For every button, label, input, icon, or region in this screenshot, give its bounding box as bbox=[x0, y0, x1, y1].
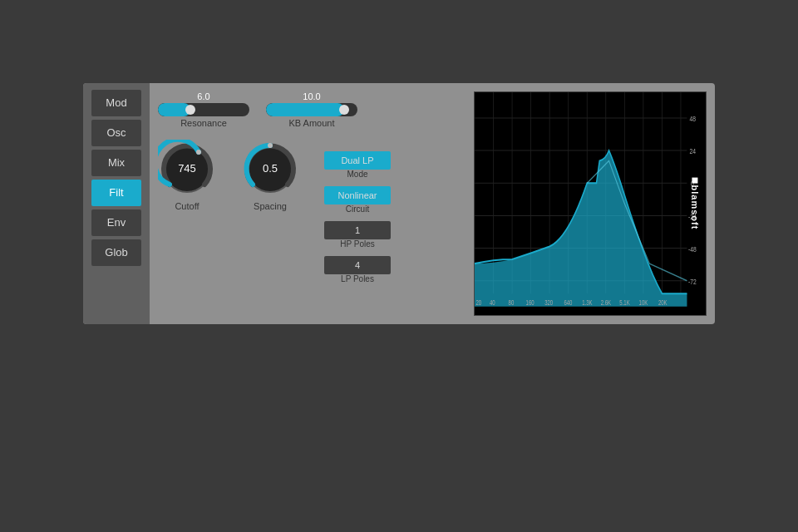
hp-poles-button[interactable]: 1 bbox=[324, 221, 391, 239]
mode-button[interactable]: Dual LP bbox=[324, 151, 391, 170]
sliders-row: 6.0 Resonance 10.0 KB Amount bbox=[158, 91, 466, 128]
main-area: 6.0 Resonance 10.0 KB Amount bbox=[150, 83, 715, 324]
svg-text:40: 40 bbox=[490, 298, 495, 307]
eq-display: 48 24 0 -24 -48 -72 20 40 80 160 320 640… bbox=[474, 91, 707, 316]
circuit-btn-group: Nonlinear Circuit bbox=[324, 186, 391, 214]
kb-amount-label: KB Amount bbox=[288, 118, 334, 128]
brand-label: blamsoft bbox=[690, 178, 700, 230]
svg-text:0.5: 0.5 bbox=[263, 162, 278, 175]
sidebar: Mod Osc Mix Filt Env Glob bbox=[83, 83, 150, 324]
sidebar-item-mod[interactable]: Mod bbox=[91, 90, 141, 116]
hp-poles-btn-group: 1 HP Poles bbox=[324, 221, 391, 249]
lp-poles-label: LP Poles bbox=[341, 274, 374, 284]
svg-text:10K: 10K bbox=[639, 298, 648, 307]
mode-label: Mode bbox=[347, 170, 367, 180]
svg-text:2.6K: 2.6K bbox=[601, 298, 612, 307]
svg-text:5.1K: 5.1K bbox=[619, 298, 630, 307]
circuit-button[interactable]: Nonlinear bbox=[324, 186, 391, 204]
kb-amount-value: 10.0 bbox=[303, 91, 320, 101]
buttons-column: Dual LP Mode Nonlinear Circuit 1 HP Pole… bbox=[324, 151, 391, 288]
svg-text:160: 160 bbox=[526, 298, 534, 307]
svg-text:20K: 20K bbox=[658, 298, 667, 307]
controls-panel: 6.0 Resonance 10.0 KB Amount bbox=[158, 91, 466, 316]
lp-poles-btn-group: 4 LP Poles bbox=[324, 256, 391, 284]
sidebar-item-mix[interactable]: Mix bbox=[91, 150, 141, 176]
mode-btn-group: Dual LP Mode bbox=[324, 151, 391, 180]
cutoff-knob[interactable]: 745 bbox=[158, 140, 216, 198]
spacing-knob[interactable]: 0.5 bbox=[241, 140, 299, 198]
svg-text:745: 745 bbox=[178, 162, 196, 175]
sidebar-item-osc[interactable]: Osc bbox=[91, 120, 141, 146]
lp-poles-button[interactable]: 4 bbox=[324, 256, 391, 274]
spacing-label: Spacing bbox=[254, 201, 287, 211]
hp-poles-label: HP Poles bbox=[340, 239, 375, 249]
svg-point-4 bbox=[268, 143, 273, 148]
resonance-label: Resonance bbox=[180, 118, 227, 128]
kb-amount-slider[interactable] bbox=[266, 103, 357, 116]
knobs-row: 745 Cutoff 0.5 bbox=[158, 140, 466, 288]
circuit-label: Circuit bbox=[346, 204, 369, 214]
plugin-container: Mod Osc Mix Filt Env Glob 6.0 Resonance bbox=[83, 83, 715, 324]
resonance-group: 6.0 Resonance bbox=[158, 91, 249, 128]
sidebar-item-glob[interactable]: Glob bbox=[91, 239, 141, 266]
sidebar-item-env[interactable]: Env bbox=[91, 209, 141, 236]
svg-text:640: 640 bbox=[564, 298, 572, 307]
svg-text:80: 80 bbox=[509, 298, 515, 307]
cutoff-label: Cutoff bbox=[175, 201, 199, 211]
resonance-value: 6.0 bbox=[197, 91, 209, 101]
resonance-slider[interactable] bbox=[158, 103, 249, 116]
svg-text:320: 320 bbox=[544, 298, 553, 307]
svg-text:20: 20 bbox=[476, 298, 482, 307]
kb-amount-group: 10.0 KB Amount bbox=[266, 91, 357, 128]
svg-text:1.3K: 1.3K bbox=[582, 298, 593, 307]
eq-svg: 48 24 0 -24 -48 -72 20 40 80 160 320 640… bbox=[475, 92, 706, 315]
svg-point-1 bbox=[196, 150, 201, 155]
sidebar-item-filt[interactable]: Filt bbox=[91, 180, 141, 206]
cutoff-group: 745 Cutoff bbox=[158, 140, 216, 211]
spacing-group: 0.5 Spacing bbox=[241, 140, 299, 211]
